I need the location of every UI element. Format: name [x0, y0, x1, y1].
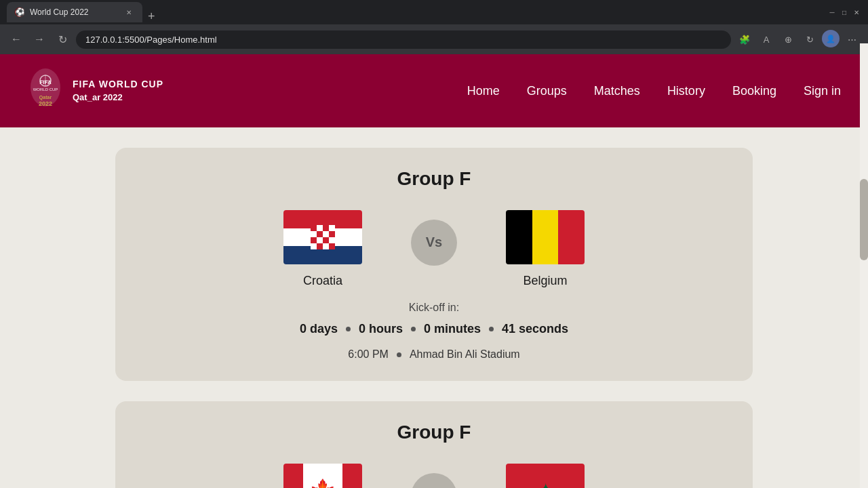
canada-right-stripe: [342, 464, 362, 488]
canada-flag: 🍁: [283, 464, 362, 488]
belgium-yellow: [532, 210, 559, 264]
svg-text:Qatar: Qatar: [39, 95, 52, 100]
canada-mid: 🍁: [303, 464, 342, 488]
logo-area[interactable]: FIFA WORLD CUP Qatar 2022 FIFA WORLD CUP…: [27, 67, 163, 115]
belgium-flag: [506, 210, 585, 264]
vs-badge-1: Vs: [411, 220, 457, 266]
seconds-count: 41 seconds: [502, 322, 568, 336]
match-card-1: Group F: [115, 148, 753, 381]
vs-badge-2: Vs: [411, 473, 457, 489]
title-bar: ⚽ World Cup 2022 ✕ + ─ □ ✕: [0, 0, 868, 24]
belgium-black: [506, 210, 532, 264]
menu-icon[interactable]: ⋯: [842, 30, 861, 49]
hours-count: 0 hours: [359, 322, 403, 336]
back-button[interactable]: ←: [7, 30, 26, 49]
nav-matches[interactable]: Matches: [594, 84, 640, 98]
nav-home[interactable]: Home: [467, 84, 500, 98]
forward-button[interactable]: →: [30, 30, 49, 49]
tab-close-button[interactable]: ✕: [123, 7, 134, 18]
croatia-checkerboard: [311, 225, 335, 249]
scrollbar[interactable]: [860, 43, 868, 488]
match-teams-2: 🍁 Canada Vs ✦ Mor: [142, 464, 726, 488]
fifa-emblem-svg: FIFA WORLD CUP Qatar 2022: [27, 67, 64, 115]
group-title-1: Group F: [142, 168, 726, 190]
canada-flag-inner: 🍁: [283, 464, 362, 488]
nav-booking[interactable]: Booking: [732, 84, 776, 98]
tab-favicon: ⚽: [15, 7, 24, 17]
canada-left-stripe: [283, 464, 303, 488]
close-button[interactable]: ✕: [852, 7, 861, 17]
refresh-2-icon[interactable]: ↻: [800, 30, 819, 49]
morocco-star-icon: ✦: [538, 481, 553, 488]
match-info-1: Kick-off in: 0 days 0 hours 0 minutes 41…: [142, 302, 726, 361]
group-title-2: Group F: [142, 422, 726, 443]
stadium-1: Ahmad Bin Ali Stadium: [410, 348, 520, 361]
match-time-1: 6:00 PM: [348, 348, 389, 361]
address-bar[interactable]: [76, 30, 731, 49]
match-teams-1: Croatia Vs Belgium: [142, 210, 726, 288]
browser-toolbar: ← → ↻ 🧩 A ⊕ ↻ 👤 ⋯: [0, 24, 868, 54]
browser-tab[interactable]: ⚽ World Cup 2022 ✕: [7, 2, 142, 22]
logo-emblem: FIFA WORLD CUP Qatar 2022: [27, 67, 64, 115]
reader-mode-icon[interactable]: A: [757, 30, 776, 49]
team-belgium: Belgium: [471, 210, 620, 288]
refresh-button[interactable]: ↻: [53, 30, 72, 49]
belgium-name: Belgium: [523, 274, 567, 288]
maple-leaf-icon: 🍁: [309, 480, 336, 488]
browser-window: ⚽ World Cup 2022 ✕ + ─ □ ✕ ← → ↻ 🧩 A ⊕ ↻…: [0, 0, 868, 54]
profile-avatar[interactable]: 👤: [822, 30, 840, 47]
venue-info-1: 6:00 PM Ahmad Bin Ali Stadium: [142, 348, 726, 361]
navbar: FIFA WORLD CUP Qatar 2022 FIFA WORLD CUP…: [0, 54, 868, 127]
days-count: 0 days: [300, 322, 338, 336]
svg-text:2022: 2022: [39, 100, 52, 107]
morocco-flag: ✦: [506, 464, 585, 488]
dot-1: [346, 327, 351, 331]
belgium-flag-inner: [506, 210, 585, 264]
main-content: Group F: [0, 127, 868, 488]
maximize-button[interactable]: □: [840, 7, 849, 17]
logo-text: FIFA WORLD CUP Qat_ar 2022: [73, 78, 163, 104]
new-tab-button[interactable]: +: [142, 10, 161, 22]
scrollbar-thumb[interactable]: [860, 179, 868, 260]
team-canada: 🍁 Canada: [248, 464, 397, 488]
logo-qatar: Qat_ar 2022: [73, 92, 163, 104]
belgium-red: [558, 210, 585, 264]
logo-fifa: FIFA WORLD CUP: [73, 78, 163, 92]
svg-text:WORLD CUP: WORLD CUP: [33, 87, 58, 92]
extensions-icon[interactable]: 🧩: [735, 30, 754, 49]
minimize-button[interactable]: ─: [827, 7, 837, 17]
croatia-name: Croatia: [303, 274, 342, 288]
venue-dot: [397, 352, 401, 357]
countdown-1: 0 days 0 hours 0 minutes 41 seconds: [142, 322, 726, 336]
team-croatia: Croatia: [248, 210, 397, 288]
kickoff-label-1: Kick-off in:: [142, 302, 726, 314]
croatia-flag: [283, 210, 362, 264]
team-morocco: ✦ Morocco: [471, 464, 620, 488]
minutes-count: 0 minutes: [424, 322, 481, 336]
nav-history[interactable]: History: [667, 84, 705, 98]
toolbar-icons: 🧩 A ⊕ ↻ 👤 ⋯: [735, 30, 861, 49]
dot-3: [489, 327, 494, 331]
dot-2: [411, 327, 416, 331]
croatia-white-stripe: [283, 228, 362, 247]
tab-title: World Cup 2022: [30, 7, 89, 17]
translate-icon[interactable]: ⊕: [778, 30, 797, 49]
page-content: FIFA WORLD CUP Qatar 2022 FIFA WORLD CUP…: [0, 54, 868, 488]
croatia-flag-inner: [283, 210, 362, 264]
nav-groups[interactable]: Groups: [527, 84, 567, 98]
morocco-flag-inner: ✦: [506, 464, 585, 488]
tab-area: ⚽ World Cup 2022 ✕ +: [7, 2, 161, 22]
match-card-2: Group F 🍁 Canada: [115, 401, 753, 488]
nav-links: Home Groups Matches History Booking Sign…: [467, 84, 841, 98]
window-controls: ─ □ ✕: [827, 7, 861, 17]
nav-signin[interactable]: Sign in: [804, 84, 841, 98]
